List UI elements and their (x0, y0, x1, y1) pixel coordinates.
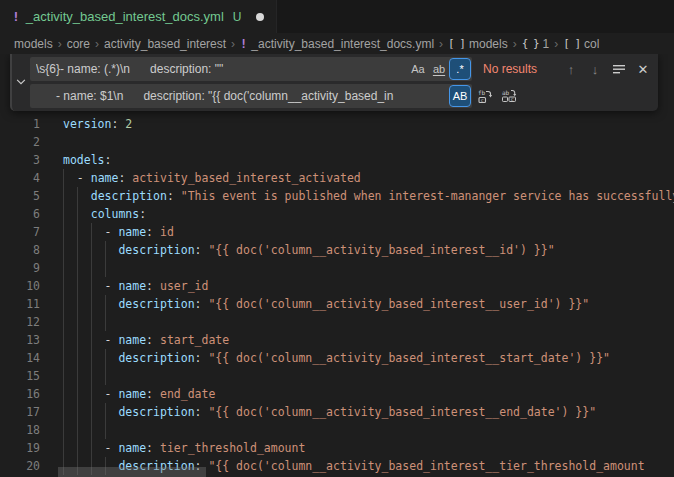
tab-title: _activity_based_interest_docs.yml (26, 9, 224, 24)
toggle-replace-button[interactable] (12, 57, 30, 108)
indent-guide (105, 241, 106, 259)
indent-guide (77, 313, 78, 331)
code-line[interactable]: 13 - name: start_date (0, 331, 674, 349)
selection-lines-icon (612, 62, 626, 76)
horizontal-scrollbar[interactable] (58, 467, 206, 477)
modified-dot-icon[interactable] (256, 13, 264, 21)
next-match-button[interactable]: ↓ (584, 58, 606, 80)
breadcrumb-separator: › (95, 37, 99, 51)
indent-guide (63, 439, 64, 457)
indent-guide (77, 421, 78, 439)
match-case-toggle[interactable]: Aa (408, 59, 428, 79)
previous-match-button[interactable]: ↑ (560, 58, 582, 80)
code-line[interactable]: 14 description: "{{ doc('column__activit… (0, 349, 674, 367)
indent-guide (63, 205, 64, 223)
yaml-symbol-icon: ! (240, 37, 247, 51)
tab-activity-docs[interactable]: ! _activity_based_interest_docs.yml U (0, 0, 277, 33)
indent-guide (105, 403, 106, 421)
replace-value-text: - name: $1\n description: "{{ doc('colum… (36, 89, 449, 103)
svg-text:c: c (511, 96, 514, 102)
array-symbol-icon: [ ] (448, 37, 465, 50)
replace-button[interactable]: fb c (474, 85, 496, 107)
yaml-file-icon: ! (12, 9, 20, 24)
breadcrumb-item[interactable]: { }1 (522, 37, 550, 51)
line-number: 19 (0, 439, 40, 457)
breadcrumb-separator: › (58, 37, 62, 51)
breadcrumb-item[interactable]: [ ]col (563, 37, 599, 51)
indent-guide (105, 421, 106, 439)
line-number: 16 (0, 385, 40, 403)
breadcrumb-label: 1 (543, 37, 550, 51)
indent-guide (91, 313, 92, 331)
replace-input[interactable]: - name: $1\n description: "{{ doc('colum… (30, 84, 472, 108)
line-number: 20 (0, 457, 40, 475)
code-line[interactable]: 2 (0, 133, 674, 151)
indent-guide (77, 349, 78, 367)
code-line[interactable]: 18 (0, 421, 674, 439)
close-find-button[interactable]: ✕ (632, 58, 654, 80)
close-icon: ✕ (638, 62, 649, 77)
code-area[interactable]: 1version: 223models:4 - name: activity_b… (0, 115, 674, 475)
indent-guide (63, 421, 64, 439)
regex-toggle[interactable]: .* (450, 59, 470, 79)
code-line[interactable]: 19 - name: tier_threshold_amount (0, 439, 674, 457)
code-line[interactable]: 9 (0, 259, 674, 277)
indent-guide (105, 295, 106, 313)
indent-guide (77, 331, 78, 349)
indent-guide (91, 331, 92, 349)
indent-guide (91, 385, 92, 403)
preserve-case-toggle[interactable]: AB (450, 86, 470, 106)
indent-guide (91, 403, 92, 421)
code-line[interactable]: 3models: (0, 151, 674, 169)
breadcrumb-label: _activity_based_interest_docs.yml (251, 37, 434, 51)
breadcrumb-separator: › (231, 37, 235, 51)
indent-guide (91, 277, 92, 295)
tab-bar: ! _activity_based_interest_docs.yml U (0, 0, 674, 33)
code-line[interactable]: 5 description: "This event is published … (0, 187, 674, 205)
git-status-badge: U (233, 10, 242, 24)
line-number: 8 (0, 241, 40, 259)
breadcrumb-item[interactable]: models (14, 37, 53, 51)
code-line[interactable]: 11 description: "{{ doc('column__activit… (0, 295, 674, 313)
code-line[interactable]: 7 - name: id (0, 223, 674, 241)
svg-text:fb: fb (478, 89, 486, 96)
indent-guide (77, 439, 78, 457)
code-line[interactable]: 1version: 2 (0, 115, 674, 133)
breadcrumb-item[interactable]: core (67, 37, 90, 51)
line-number: 11 (0, 295, 40, 313)
code-line[interactable]: 4 - name: activity_based_interest_activa… (0, 169, 674, 187)
whole-word-toggle[interactable]: ab (429, 59, 449, 79)
indent-guide (63, 331, 64, 349)
chevron-down-icon (15, 74, 27, 92)
find-input[interactable]: \s{6}- name: (.*)\n description: "" Aa a… (30, 57, 472, 81)
breadcrumb-label: core (67, 37, 90, 51)
replace-all-button[interactable]: ab c (498, 85, 520, 107)
line-number: 18 (0, 421, 40, 439)
find-in-selection-button[interactable] (608, 58, 630, 80)
breadcrumb-separator: › (513, 37, 517, 51)
line-number: 14 (0, 349, 40, 367)
code-line[interactable]: 10 - name: user_id (0, 277, 674, 295)
breadcrumb: models›core›activity_based_interest›!_ac… (0, 33, 674, 54)
code-line[interactable]: 12 (0, 313, 674, 331)
code-line[interactable]: 17 description: "{{ doc('column__activit… (0, 403, 674, 421)
indent-guide (63, 385, 64, 403)
indent-guide (63, 295, 64, 313)
code-line[interactable]: 15 (0, 367, 674, 385)
breadcrumb-item[interactable]: activity_based_interest (104, 37, 226, 51)
breadcrumb-separator: › (554, 37, 558, 51)
editor-pane[interactable]: \s{6}- name: (.*)\n description: "" Aa a… (0, 54, 674, 477)
code-line[interactable]: 16 - name: end_date (0, 385, 674, 403)
indent-guide (77, 205, 78, 223)
indent-guide (91, 223, 92, 241)
vscode-window: ! _activity_based_interest_docs.yml U mo… (0, 0, 674, 477)
line-number: 12 (0, 313, 40, 331)
code-line[interactable]: 8 description: "{{ doc('column__activity… (0, 241, 674, 259)
indent-guide (91, 367, 92, 385)
code-line[interactable]: 6 columns: (0, 205, 674, 223)
indent-guide (105, 349, 106, 367)
breadcrumb-item[interactable]: [ ]models (448, 37, 508, 51)
indent-guide (63, 187, 64, 205)
breadcrumb-item[interactable]: !_activity_based_interest_docs.yml (240, 37, 434, 51)
indent-guide (77, 295, 78, 313)
